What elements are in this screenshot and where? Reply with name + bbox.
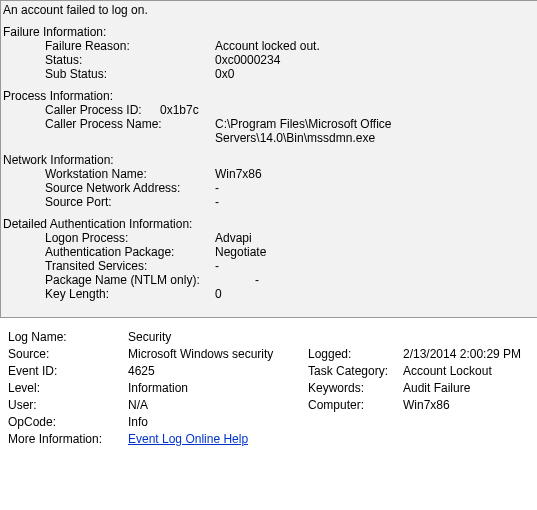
event-log-online-help-link[interactable]: Event Log Online Help <box>128 432 248 446</box>
caller-process-id-value: 0x1b7c <box>160 103 535 117</box>
opcode-label: OpCode: <box>8 415 128 429</box>
network-section-title: Network Information: <box>3 153 535 167</box>
event-id-value: 4625 <box>128 364 308 378</box>
level-value: Information <box>128 381 308 395</box>
source-port-label: Source Port: <box>45 195 215 209</box>
transited-services-value: - <box>215 259 535 273</box>
substatus-label: Sub Status: <box>45 67 215 81</box>
task-category-value: Account Lockout <box>403 364 527 378</box>
failure-reason-value: Account locked out. <box>215 39 535 53</box>
key-length-label: Key Length: <box>45 287 215 301</box>
process-section-title: Process Information: <box>3 89 535 103</box>
user-label: User: <box>8 398 128 412</box>
status-value: 0xc0000234 <box>215 53 535 67</box>
workstation-name-label: Workstation Name: <box>45 167 215 181</box>
log-name-label: Log Name: <box>8 330 128 344</box>
user-value: N/A <box>128 398 308 412</box>
auth-package-value: Negotiate <box>215 245 535 259</box>
computer-value: Win7x86 <box>403 398 527 412</box>
network-information-section: Network Information: Workstation Name: W… <box>3 153 535 209</box>
caller-process-name-value: C:\Program Files\Microsoft Office Server… <box>215 117 535 145</box>
source-network-address-label: Source Network Address: <box>45 181 215 195</box>
computer-label: Computer: <box>308 398 403 412</box>
source-port-value: - <box>215 195 535 209</box>
caller-process-name-label: Caller Process Name: <box>45 117 215 145</box>
task-category-label: Task Category: <box>308 364 403 378</box>
opcode-value: Info <box>128 415 308 429</box>
auth-section-title: Detailed Authentication Information: <box>3 217 535 231</box>
event-properties-pane: Log Name: Security Source: Microsoft Win… <box>0 318 537 457</box>
keywords-label: Keywords: <box>308 381 403 395</box>
event-message: An account failed to log on. <box>3 3 535 17</box>
event-description-pane: An account failed to log on. Failure Inf… <box>0 0 537 318</box>
logon-process-value: Advapi <box>215 231 535 245</box>
failure-section-title: Failure Information: <box>3 25 535 39</box>
logged-label: Logged: <box>308 347 403 361</box>
source-label: Source: <box>8 347 128 361</box>
ntlm-package-value: - <box>215 273 535 287</box>
transited-services-label: Transited Services: <box>45 259 215 273</box>
source-value: Microsoft Windows security <box>128 347 308 361</box>
auth-package-label: Authentication Package: <box>45 245 215 259</box>
keywords-value: Audit Failure <box>403 381 527 395</box>
key-length-value: 0 <box>215 287 535 301</box>
failure-reason-label: Failure Reason: <box>45 39 215 53</box>
level-label: Level: <box>8 381 128 395</box>
event-id-label: Event ID: <box>8 364 128 378</box>
source-network-address-value: - <box>215 181 535 195</box>
substatus-value: 0x0 <box>215 67 535 81</box>
caller-process-id-label: Caller Process ID: <box>45 103 160 117</box>
authentication-information-section: Detailed Authentication Information: Log… <box>3 217 535 301</box>
process-information-section: Process Information: Caller Process ID: … <box>3 89 535 145</box>
logon-process-label: Logon Process: <box>45 231 215 245</box>
status-label: Status: <box>45 53 215 67</box>
failure-information-section: Failure Information: Failure Reason: Acc… <box>3 25 535 81</box>
log-name-value: Security <box>128 330 308 344</box>
more-information-label: More Information: <box>8 432 128 446</box>
workstation-name-value: Win7x86 <box>215 167 535 181</box>
logged-value: 2/13/2014 2:00:29 PM <box>403 347 527 361</box>
ntlm-package-label: Package Name (NTLM only): <box>45 273 215 287</box>
